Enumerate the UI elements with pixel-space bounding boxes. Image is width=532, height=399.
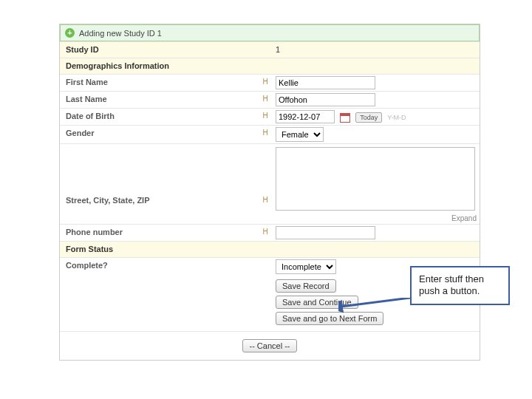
cancel-row: -- Cancel -- [60, 331, 480, 360]
calendar-icon[interactable] [340, 113, 350, 123]
header-form-status: Form Status [60, 242, 480, 256]
history-icon[interactable]: H [259, 225, 271, 239]
row-phone: Phone number H [60, 224, 480, 241]
callout-line2: push a button. [419, 285, 501, 297]
label-address: Street, City, State, ZIP [60, 144, 259, 208]
section-form-status: Form Status [60, 241, 480, 257]
save-next-form-button[interactable]: Save and go to Next Form [276, 312, 383, 325]
label-gender: Gender [60, 126, 259, 140]
form-banner: + Adding new Study ID 1 [60, 24, 480, 41]
cancel-button[interactable]: -- Cancel -- [242, 339, 296, 352]
label-first-name: First Name [60, 75, 259, 89]
phone-input[interactable] [276, 226, 375, 239]
today-button[interactable]: Today [355, 112, 382, 123]
label-phone: Phone number [60, 225, 259, 239]
history-icon[interactable]: H [259, 92, 271, 106]
history-icon[interactable]: H [259, 75, 271, 89]
row-address: Street, City, State, ZIP H Expand [60, 143, 480, 224]
expand-link[interactable]: Expand [451, 214, 477, 222]
history-icon[interactable]: H [259, 126, 271, 140]
row-last-name: Last Name H [60, 91, 480, 108]
save-record-button[interactable]: Save Record [276, 279, 336, 293]
dob-format-hint: Y-M-D [387, 114, 406, 121]
row-first-name: First Name H [60, 74, 480, 91]
instruction-callout: Enter stuff then push a button. [410, 266, 510, 305]
callout-line1: Enter stuff then [419, 273, 501, 285]
history-icon[interactable]: H [259, 109, 271, 123]
value-study-id: 1 [276, 44, 280, 54]
address-textarea[interactable] [276, 147, 475, 211]
last-name-input[interactable] [276, 93, 375, 106]
row-study-id: Study ID 1 [60, 41, 480, 58]
label-complete: Complete? [60, 258, 259, 273]
dob-input[interactable] [276, 110, 335, 123]
row-dob: Date of Birth H Today Y-M-D [60, 108, 480, 125]
plus-icon: + [65, 28, 75, 38]
label-dob: Date of Birth [60, 109, 259, 123]
gender-select[interactable]: Female [276, 127, 324, 142]
save-continue-button[interactable]: Save and Continue [276, 296, 358, 309]
row-gender: Gender H Female [60, 125, 480, 143]
section-demographics: Demographics Information [60, 58, 480, 74]
header-demographics: Demographics Information [60, 58, 480, 73]
banner-title: Adding new Study ID 1 [79, 29, 162, 38]
label-last-name: Last Name [60, 92, 259, 106]
form-container: + Adding new Study ID 1 Study ID 1 Demog… [59, 24, 480, 361]
complete-select[interactable]: Incomplete [276, 259, 336, 274]
first-name-input[interactable] [276, 76, 375, 89]
label-study-id: Study ID [60, 42, 259, 57]
history-icon[interactable]: H [259, 144, 271, 207]
